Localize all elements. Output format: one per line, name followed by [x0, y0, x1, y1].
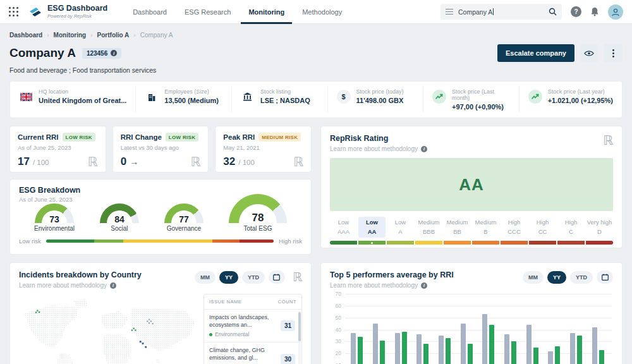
reprisk-watermark-icon: ℝ [190, 155, 200, 168]
bar-company-3[interactable] [423, 344, 428, 364]
breadcrumb-portfolio-a[interactable]: Portfolio A [97, 32, 130, 39]
bar-company-7[interactable] [511, 341, 516, 364]
info-icon[interactable]: i [110, 282, 116, 289]
bar-portfolio-0[interactable] [351, 333, 356, 364]
bar-company-2[interactable] [402, 332, 407, 364]
scrollbar-thumb[interactable] [298, 312, 301, 341]
info-label: Stock price (today) [356, 88, 404, 95]
info-stock-price-year: Stock price (Last year) +1.021,00 (+12,9… [519, 87, 622, 112]
app-launcher-icon[interactable] [9, 7, 19, 17]
toggle-mm[interactable]: MM [523, 271, 544, 284]
rating-scale-cc: HighCC [529, 217, 556, 245]
toggle-mm[interactable]: MM [195, 271, 216, 284]
rri-bar-chart: 010203040506070 [330, 294, 613, 364]
bar-portfolio-5[interactable] [461, 324, 466, 364]
methodology-link[interactable]: Learn more about methodology i [19, 282, 142, 289]
scale-color-segment [330, 241, 357, 245]
kebab-menu-icon [612, 49, 614, 58]
info-icon[interactable]: i [421, 146, 427, 152]
incidents-by-country-card: Incidents breakdown by Country Learn mor… [9, 262, 312, 364]
watch-button[interactable] [580, 44, 599, 62]
card-subtitle: May 21, 2021 [223, 144, 303, 151]
search-input[interactable]: Company A [441, 4, 562, 20]
rating-scale-a: LowA [387, 217, 414, 245]
toggle-yy[interactable]: YY [219, 271, 238, 284]
nav-item-monitoring[interactable]: Monitoring [248, 0, 284, 24]
issue-row[interactable]: Climate change, GHG emissions, and gl...… [204, 343, 301, 364]
rating-scale-d: Very highD [586, 217, 613, 245]
issue-row[interactable]: Impacts on landscapes, ecosystems an...E… [204, 310, 301, 343]
toggle-yy[interactable]: YY [547, 271, 566, 284]
rri-change-card: RRI Change LOW RISK Latest vs 30 days ag… [112, 126, 209, 173]
breadcrumb-monitoring[interactable]: Monitoring [54, 32, 87, 39]
company-id: 123456 [87, 50, 107, 57]
rating-scale-c: HighC [557, 217, 585, 245]
info-employees: Employees (Size) 13,500 (Medium) [135, 87, 231, 112]
calendar-button[interactable] [597, 270, 613, 284]
bar-portfolio-2[interactable] [395, 333, 400, 364]
info-value: 13,500 (Medium) [164, 97, 219, 104]
bar-company-6[interactable] [489, 325, 494, 364]
scale-grade-label: CCC [501, 228, 528, 235]
escalate-company-button[interactable]: Escalate company [497, 44, 574, 62]
gauge-label: Total ESG [229, 225, 287, 232]
world-map[interactable] [19, 294, 197, 364]
info-icon[interactable]: i [421, 282, 427, 289]
notifications-bell-icon[interactable] [590, 7, 599, 16]
logo[interactable]: ESG Dashboard Powered by RepRisk [28, 4, 107, 19]
scale-grade-label: BB [444, 228, 471, 235]
person-icon [611, 8, 620, 16]
help-icon[interactable]: ? [571, 6, 581, 17]
eye-icon [584, 50, 594, 57]
scale-risk-label: High [529, 219, 556, 226]
bar-portfolio-10[interactable] [570, 333, 575, 364]
text-cursor [493, 8, 494, 15]
nav-item-dashboard[interactable]: Dashboard [133, 0, 167, 24]
bar-company-8[interactable] [533, 348, 538, 364]
scrollbar[interactable] [298, 311, 301, 364]
bar-company-1[interactable] [380, 341, 385, 364]
bar-portfolio-8[interactable] [526, 325, 532, 364]
bar-company-0[interactable] [358, 337, 363, 364]
more-options-button[interactable] [604, 44, 623, 62]
methodology-link[interactable]: Learn more about methodology i [330, 145, 613, 152]
bar-company-5[interactable] [468, 344, 473, 364]
issue-name: Climate change, GHG emissions, and gl... [209, 347, 277, 361]
breadcrumb-dashboard[interactable]: Dashboard [9, 32, 42, 39]
low-risk-label: Low risk [19, 238, 41, 245]
info-icon[interactable]: i [111, 50, 117, 56]
toggle-ytd[interactable]: YTD [570, 271, 593, 284]
nav-item-methodology[interactable]: Methodology [302, 0, 342, 24]
bar-portfolio-1[interactable] [373, 324, 378, 364]
trend-up-icon [432, 90, 446, 104]
methodology-label: Learn more about methodology [19, 282, 107, 289]
bar-company-9[interactable] [555, 346, 560, 364]
scale-grade-label: CC [529, 228, 556, 235]
card-title: ESG Breakdown [19, 186, 302, 195]
bar-portfolio-9[interactable] [548, 351, 553, 364]
bar-portfolio-6[interactable] [482, 314, 487, 364]
bar-portfolio-11[interactable] [592, 327, 597, 364]
card-subtitle: Latest vs 30 days ago [121, 144, 201, 151]
scale-risk-label: Medium [415, 219, 442, 226]
bar-company-11[interactable] [599, 350, 604, 364]
user-avatar[interactable] [608, 4, 623, 20]
nav-item-esg-research[interactable]: ESG Research [185, 0, 231, 24]
scale-grade-label: AA [358, 228, 386, 235]
column-header-issue-name: ISSUE NAME [209, 299, 241, 305]
methodology-link[interactable]: Learn more about methodology i [330, 282, 454, 289]
search-icon[interactable] [549, 8, 557, 16]
rri-cards: Current RRI LOW RISK As of June 25, 2023… [9, 126, 312, 173]
bar-portfolio-4[interactable] [439, 336, 444, 364]
search-filter-icon[interactable] [446, 9, 453, 15]
bar-company-4[interactable] [446, 338, 451, 364]
info-label: Stock price (Last month) [452, 88, 510, 101]
reprisk-watermark-icon: ℝ [293, 155, 303, 168]
calendar-button[interactable] [269, 270, 285, 284]
toggle-ytd[interactable]: YTD [242, 271, 265, 284]
bar-portfolio-7[interactable] [504, 334, 509, 364]
bar-company-10[interactable] [577, 336, 582, 364]
bar-portfolio-3[interactable] [416, 334, 422, 364]
scale-grade-label: B [472, 228, 499, 235]
card-title: Incidents breakdown by Country [19, 270, 142, 279]
